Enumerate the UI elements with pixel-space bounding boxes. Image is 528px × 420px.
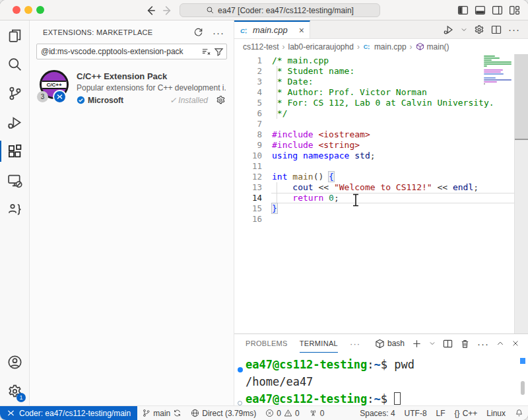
command-center[interactable]: ea47 [Coder: ea47/cs112-testing/main] (180, 3, 380, 17)
code-line[interactable]: * For: CS 112, Lab 0 at Calvin Universit… (272, 98, 513, 108)
code-token: 0 (329, 193, 334, 203)
search-icon (206, 6, 214, 15)
minimap-line (484, 79, 512, 81)
breadcrumb-subfolder[interactable]: lab0-ericaraujophd (288, 42, 353, 52)
customize-layout-icon[interactable] (509, 5, 520, 16)
error-icon (265, 409, 274, 417)
terminal-scrollbar-decoration (520, 358, 525, 364)
activity-item-explorer[interactable] (0, 20, 29, 50)
tab-problems[interactable]: PROBLEMS (246, 334, 288, 353)
close-panel-icon[interactable] (512, 339, 519, 347)
encoding-status[interactable]: UTF-8 (400, 406, 432, 420)
notifications-bell[interactable] (510, 406, 528, 420)
terminal-scrollbar-slider[interactable] (521, 381, 525, 395)
terminal-output[interactable]: ea47@cs112-testing:~$ pwd /home/ea47 ea4… (234, 353, 528, 406)
clear-search-icon[interactable] (201, 47, 211, 57)
breadcrumb-separator: › (282, 42, 284, 52)
extension-list-item[interactable]: C/C++ 3 C/C++ Extension Pack Popular ext… (30, 67, 234, 110)
minimap[interactable] (484, 55, 513, 87)
run-dropdown-chevron-icon[interactable] (461, 26, 467, 33)
panel-more-tabs-icon[interactable]: ··· (350, 339, 360, 349)
editor-scrollbar-slider[interactable] (515, 54, 528, 140)
code-line[interactable]: #include <string> (272, 140, 513, 151)
editor-scrollbar[interactable] (514, 54, 528, 333)
minimize-window-button[interactable] (24, 6, 32, 14)
git-branch-status[interactable]: main (137, 406, 186, 420)
split-terminal-icon[interactable] (443, 339, 453, 349)
symbol-method-icon (416, 42, 424, 51)
run-cpp-file-icon[interactable] (444, 24, 454, 35)
code-line[interactable]: return 0; (272, 193, 513, 203)
maximize-panel-chevron-icon[interactable] (496, 339, 504, 347)
code-line[interactable] (272, 161, 513, 172)
split-editor-icon[interactable] (491, 24, 502, 35)
kill-terminal-trash-icon[interactable] (460, 339, 470, 349)
breadcrumb-symbol[interactable]: main() (416, 42, 449, 52)
sidebar-more-actions-icon[interactable]: ··· (213, 27, 224, 37)
code-line[interactable]: using namespace std; (272, 151, 513, 161)
problems-status[interactable]: 0 0 (261, 406, 304, 420)
activity-bar: 1 (0, 20, 30, 405)
tab-terminal[interactable]: TERMINAL (300, 334, 338, 353)
new-terminal-icon[interactable] (412, 339, 422, 349)
command-decoration-current[interactable] (238, 401, 242, 405)
filter-icon[interactable] (214, 47, 224, 57)
extension-description: Popular extensions for C++ development i… (77, 83, 226, 92)
toggle-secondary-sidebar-icon[interactable] (492, 5, 503, 16)
settings-button[interactable]: 1 (0, 376, 29, 405)
code-line[interactable]: #include <iostream> (272, 129, 513, 140)
command-decoration-success[interactable] (238, 367, 243, 372)
code-line[interactable]: * Author: Prof. Victor Norman (272, 87, 513, 98)
code-line[interactable]: cout << "Welcome to CS112!" << endl; (272, 182, 513, 193)
forwarded-ports-status[interactable]: 0 (304, 406, 329, 420)
close-window-button[interactable] (13, 6, 20, 14)
activity-item-extensions[interactable] (0, 137, 29, 166)
activity-item-source-control[interactable] (0, 79, 29, 108)
code-line[interactable]: int main() { (272, 172, 513, 182)
breadcrumb-file[interactable]: C++ main.cpp (363, 42, 407, 52)
svg-text:+: + (245, 30, 247, 34)
code-line[interactable] (272, 214, 513, 225)
tab-close-icon[interactable]: × (299, 26, 304, 35)
network-latency-status[interactable]: Direct (3.79ms) (186, 406, 261, 420)
workbench: 1 EXTENSIONS: MARKETPLACE ··· C/C++ 3 (0, 20, 528, 405)
navigate-forward-icon[interactable] (162, 5, 174, 17)
navigate-back-icon[interactable] (145, 5, 156, 17)
activity-item-live-share[interactable] (0, 195, 29, 224)
accounts-button[interactable] (0, 347, 29, 376)
extensions-search-input[interactable] (41, 47, 199, 56)
activity-item-search[interactable] (0, 50, 29, 79)
code-line[interactable]: } (272, 203, 513, 214)
code-line[interactable]: * Student name: (272, 66, 513, 77)
code-editor[interactable]: 12345678910111213141516 /* main.cpp * St… (234, 54, 528, 333)
breadcrumb-folder[interactable]: cs112-test (243, 42, 279, 52)
tab-main-cpp[interactable]: C++ main.cpp × (234, 20, 310, 38)
editor-actions: ··· (444, 20, 528, 38)
os-status[interactable]: Linux (482, 406, 510, 420)
extensions-search-box[interactable] (36, 44, 227, 59)
language-mode-status[interactable]: {}C++ (450, 406, 482, 420)
remote-indicator[interactable]: Coder: ea47/cs112-testing/main (0, 406, 137, 420)
toggle-panel-icon[interactable] (475, 5, 486, 16)
panel-more-actions-icon[interactable]: ··· (477, 338, 489, 349)
editor-more-actions-icon[interactable]: ··· (508, 24, 520, 35)
terminal-command-output: /home/ea47 (246, 375, 313, 388)
eol-status[interactable]: LF (432, 406, 450, 420)
extension-manage-gear-icon[interactable] (216, 95, 226, 105)
toggle-sidebar-icon[interactable] (457, 5, 469, 16)
code-line[interactable]: */ (272, 108, 513, 119)
terminal-dropdown-chevron-icon[interactable] (429, 340, 436, 347)
zoom-window-button[interactable] (36, 6, 44, 14)
terminal-instance-item[interactable]: bash (375, 339, 405, 349)
activity-item-run-debug[interactable] (0, 108, 29, 137)
code-line[interactable]: * Date: (272, 77, 513, 87)
activity-item-remote-explorer[interactable] (0, 166, 29, 195)
code-line[interactable]: /* main.cpp (272, 55, 513, 66)
indentation-status[interactable]: Spaces: 4 (355, 406, 399, 420)
extensions-sidebar: EXTENSIONS: MARKETPLACE ··· C/C++ 3 (30, 20, 234, 405)
code-token: << (432, 182, 453, 192)
activity-bar-bottom: 1 (0, 347, 29, 405)
editor-settings-gear-icon[interactable] (474, 24, 484, 35)
refresh-icon[interactable] (193, 27, 203, 37)
code-line[interactable] (272, 119, 513, 129)
